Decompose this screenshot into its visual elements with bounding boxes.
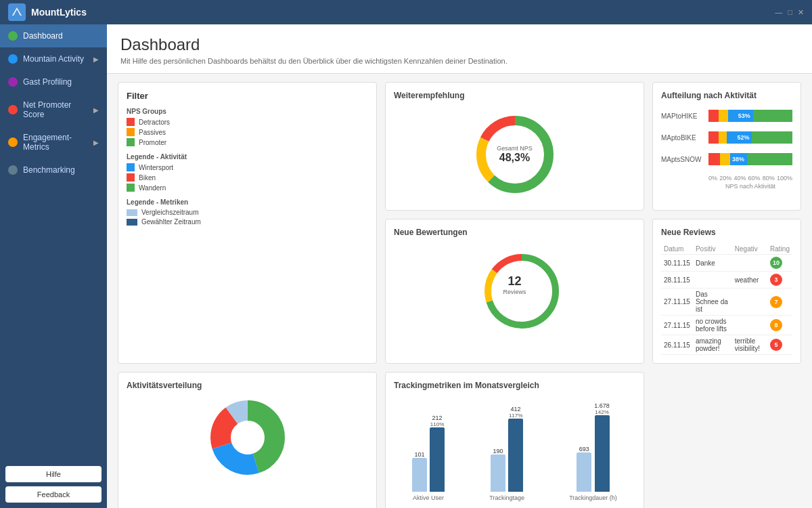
weiterempfehlung-title: Weiterempfehlung xyxy=(394,91,635,100)
sidebar-item-benchmarking[interactable]: Benchmarking xyxy=(0,158,107,182)
pie-container xyxy=(127,397,368,478)
sidebar-label-benchmarking: Benchmarking xyxy=(23,165,75,175)
sidebar-spacer xyxy=(0,182,107,461)
sidebar-item-gast-profiling[interactable]: Gast Profiling xyxy=(0,70,107,93)
table-row: 27.11.15 Das Schnee da ist 7 xyxy=(661,289,792,316)
tracking-group-dauer: 693 1.678 142% Trackingdauer (h) xyxy=(569,402,617,501)
nps-row-snow: MAptsSNOW 38% xyxy=(661,153,792,165)
dashboard-dot xyxy=(8,31,18,41)
table-row: 30.11.15 Danke 10 xyxy=(661,255,792,272)
sidebar-label-mountain: Mountain Activity xyxy=(23,54,84,64)
sidebar-item-mountain-activity[interactable]: Mountain Activity ▶ xyxy=(0,47,107,70)
aktivitaet-title: Legende - Aktivität xyxy=(127,153,368,161)
hilfe-button[interactable]: Hilfe xyxy=(5,466,102,482)
filter-title: Filter xyxy=(127,91,368,101)
feedback-button[interactable]: Feedback xyxy=(5,486,102,503)
nps-row-hike: MAPtoHIKE 53% xyxy=(661,110,792,122)
col-rating: Rating xyxy=(767,244,792,255)
nps-x-axis: 0% 20% 40% 60% 80% 100% xyxy=(661,175,792,182)
bewertungen-donut-container: 12 Reviews xyxy=(394,244,635,325)
aufteilung-card: Aufteilung nach Aktivität MAPtoHIKE 53% xyxy=(652,82,801,211)
col-negativ: Negativ xyxy=(732,244,767,255)
topbar-controls: — □ ✕ xyxy=(775,8,804,17)
gast-dot xyxy=(8,77,18,87)
neue-reviews-card: Neue Reviews Datum Positiv Negativ Ratin… xyxy=(652,219,801,364)
sidebar-label-nps: Net Promoter Score xyxy=(23,100,93,119)
main-layout: Dashboard Mountain Activity ▶ Gast Profi… xyxy=(0,24,812,508)
neue-reviews-title: Neue Reviews xyxy=(661,228,792,237)
weiterempfehlung-card: Weiterempfehlung xyxy=(385,82,644,211)
sidebar-item-engagement[interactable]: Engagement-Metrics ▶ xyxy=(0,126,107,158)
table-row: 28.11.15 weather 3 xyxy=(661,272,792,289)
sidebar-item-nps[interactable]: Net Promoter Score ▶ xyxy=(0,93,107,126)
metriken-section: Legende - Metriken Vergleichszeitraum Ge… xyxy=(127,198,368,226)
bewertungen-donut: 12 Reviews xyxy=(478,247,552,322)
nps-groups-title: NPS Groups xyxy=(127,108,368,115)
page-title: Dashboard xyxy=(120,35,798,54)
maximize-icon[interactable]: □ xyxy=(788,8,792,17)
col-positiv: Positiv xyxy=(693,244,732,255)
dashboard-grid: Weiterempfehlung xyxy=(118,82,801,508)
page-subtitle: Mit Hilfe des persönlichen Dashboards be… xyxy=(120,57,798,65)
neue-bewertungen-title: Neue Bewertungen xyxy=(394,228,635,237)
nps-bars: MAPtoHIKE 53% xyxy=(661,107,792,192)
neue-bewertungen-card: Neue Bewertungen 12 Reviews xyxy=(385,219,644,364)
legend-gewaehlt: Gewählter Zeitraum xyxy=(127,218,368,226)
table-row: 26.11.15 amazing powder! terrible visibi… xyxy=(661,335,792,355)
aufteilung-title: Aufteilung nach Aktivität xyxy=(661,91,792,100)
sidebar-label-engagement: Engagement-Metrics xyxy=(23,133,93,152)
content-body: Weiterempfehlung xyxy=(107,74,812,508)
chevron-right-icon-engagement: ▶ xyxy=(93,139,99,146)
legend-detractors: Detractors xyxy=(127,118,368,126)
bar-light-user xyxy=(412,458,427,492)
tracking-label-tage: Trackingtage xyxy=(489,494,524,501)
chevron-right-icon-nps: ▶ xyxy=(93,106,99,114)
aktivitaetsverteilung-title: Aktivitätsverteilung xyxy=(127,381,368,390)
logo-icon xyxy=(8,3,26,21)
legend-passives: Passives xyxy=(127,128,368,136)
legend-vergleich: Vergleichszeitraum xyxy=(127,209,368,216)
content-area: Dashboard Mit Hilfe des persönlichen Das… xyxy=(107,24,812,508)
bar-dark-dauer xyxy=(595,415,610,492)
tracking-label-user: Aktive User xyxy=(413,494,444,501)
pie-chart xyxy=(210,400,285,475)
donut-value: 48,3% xyxy=(497,152,533,164)
topbar: MountLytics — □ ✕ xyxy=(0,0,812,24)
engagement-dot xyxy=(8,137,18,147)
legend-biken: Biken xyxy=(127,173,368,182)
sidebar-label-gast: Gast Profiling xyxy=(23,77,72,87)
nps-dot xyxy=(8,105,18,114)
weiterempfehlung-donut: Gesamt NPS 48,3% xyxy=(471,110,559,198)
tracking-card: Trackingmetriken im Monatsvergleich 101 … xyxy=(385,372,644,508)
sidebar: Dashboard Mountain Activity ▶ Gast Profi… xyxy=(0,24,107,508)
aktivitaet-section: Legende - Aktivität Wintersport Biken Wa… xyxy=(127,153,368,192)
app-name: MountLytics xyxy=(31,7,87,18)
donut-center: Gesamt NPS 48,3% xyxy=(497,145,533,164)
sidebar-label-dashboard: Dashboard xyxy=(23,31,63,41)
col-datum: Datum xyxy=(661,244,693,255)
mountain-dot xyxy=(8,54,18,64)
bar-light-tage xyxy=(491,454,505,492)
reviews-table: Datum Positiv Negativ Rating 30.11.15 Da… xyxy=(661,244,792,355)
bewertungen-count: 12 xyxy=(503,274,526,289)
close-icon[interactable]: ✕ xyxy=(798,8,804,17)
tracking-title: Trackingmetriken im Monatsvergleich xyxy=(394,381,635,390)
bar-light-dauer xyxy=(577,452,591,492)
donut-label: Gesamt NPS xyxy=(497,145,533,152)
sidebar-item-dashboard[interactable]: Dashboard xyxy=(0,24,107,47)
sidebar-bottom: Hilfe Feedback xyxy=(0,461,107,508)
tracking-label-dauer: Trackingdauer (h) xyxy=(569,494,617,501)
tracking-group-tage: 190 412 117% Trackingtage xyxy=(489,406,524,501)
chevron-right-icon: ▶ xyxy=(93,56,99,63)
weiterempfehlung-donut-container: Gesamt NPS 48,3% xyxy=(394,107,635,202)
bar-dark-user xyxy=(430,427,445,492)
bar-dark-tage xyxy=(508,419,523,492)
table-row: 27.11.15 no crowds before lifts 8 xyxy=(661,316,792,335)
app-logo: MountLytics xyxy=(8,3,87,21)
legend-wandern: Wandern xyxy=(127,184,368,192)
legend-promoter: Promoter xyxy=(127,138,368,146)
nps-row-bike: MAptoBIKE 52% xyxy=(661,131,792,144)
nps-groups-section: NPS Groups Detractors Passives Promoter xyxy=(127,108,368,146)
minimize-icon[interactable]: — xyxy=(775,8,782,17)
bewertungen-label: Reviews xyxy=(503,289,526,295)
